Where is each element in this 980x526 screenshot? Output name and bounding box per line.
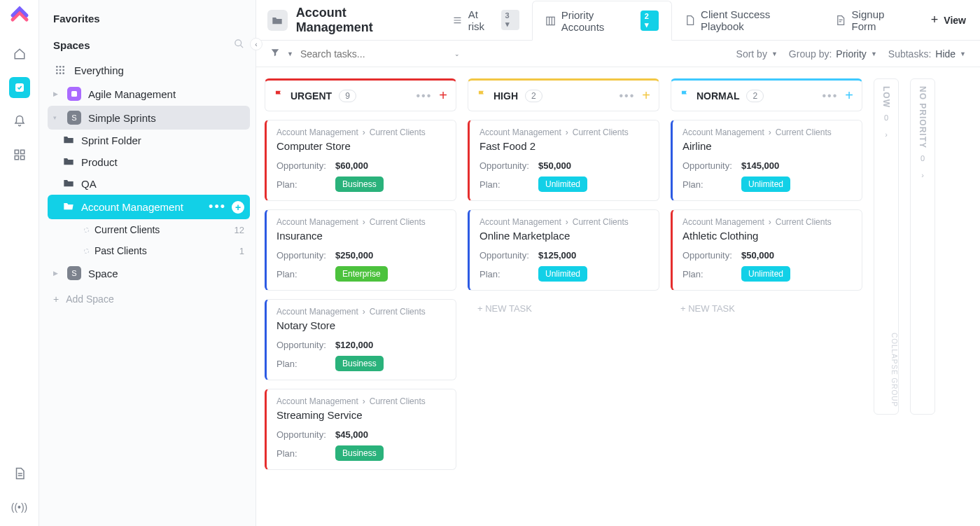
plan-badge: Unlimited — [538, 177, 587, 192]
plan-label: Plan: — [479, 269, 538, 279]
tab-at-risk[interactable]: At risk 3 ▾ — [440, 0, 532, 40]
task-card[interactable]: Account Management›Current Clients Strea… — [265, 389, 456, 470]
opportunity-value: $120,000 — [335, 340, 373, 350]
caret-icon: ▶ — [53, 270, 60, 277]
column-count: 2 — [746, 90, 764, 102]
rail-apps-icon[interactable] — [9, 144, 30, 165]
form-icon — [835, 15, 846, 26]
rail-home-icon[interactable] — [9, 43, 30, 64]
column-add-icon[interactable]: + — [642, 88, 650, 104]
column-add-icon[interactable]: + — [439, 88, 447, 104]
svg-point-7 — [59, 66, 62, 68]
group-by-control[interactable]: Group by: Priority▼ — [789, 48, 877, 60]
new-task-button[interactable]: + NEW TASK — [468, 299, 659, 318]
rail-tasks-icon[interactable] — [9, 77, 30, 98]
folder-qa[interactable]: QA — [48, 173, 250, 195]
task-card[interactable]: Account Management›Current Clients Onlin… — [468, 209, 659, 291]
board: URGENT 9 ••• + Account Management›Curren… — [256, 67, 980, 526]
opportunity-label: Opportunity: — [276, 160, 335, 171]
favorites-header[interactable]: Favorites — [48, 6, 250, 32]
card-breadcrumb: Account Management›Current Clients — [276, 307, 446, 317]
column-more-icon[interactable]: ••• — [620, 90, 636, 102]
card-breadcrumb: Account Management›Current Clients — [276, 127, 446, 137]
list-past-clients[interactable]: Past Clients 1 — [48, 240, 250, 261]
caret-icon: ▾ — [53, 114, 60, 121]
collapsed-column-no-priority[interactable]: NO PRIORITY 0 › — [910, 78, 935, 415]
list-current-clients[interactable]: Current Clients 12 — [48, 219, 250, 240]
add-view-button[interactable]: + View — [927, 13, 970, 27]
agile-space-icon — [67, 87, 81, 101]
card-title: Athletic Clothing — [682, 230, 852, 242]
task-card[interactable]: Account Management›Current Clients Compu… — [265, 120, 456, 201]
folder-account-management[interactable]: Account Management ••• + — [48, 195, 250, 219]
spaces-header[interactable]: Spaces — [48, 32, 250, 58]
list-icon — [452, 15, 463, 26]
collapsed-column-low[interactable]: LOW 0 › COLLAPSE GROUP — [874, 78, 899, 415]
sort-by-control[interactable]: Sort by▼ — [736, 48, 778, 60]
rail-docs-icon[interactable] — [9, 463, 30, 484]
task-card[interactable]: Account Management›Current Clients Fast … — [468, 120, 659, 201]
plan-badge: Unlimited — [741, 177, 790, 192]
tab-signup-form[interactable]: Signup Form — [822, 0, 920, 40]
rail-notifications-icon[interactable] — [9, 111, 30, 132]
task-card[interactable]: Account Management›Current Clients Airli… — [671, 120, 862, 201]
filter-icon[interactable] — [270, 48, 280, 60]
space-agile[interactable]: ▶ Agile Management — [48, 82, 250, 106]
task-card[interactable]: Account Management›Current Clients Insur… — [265, 209, 456, 291]
folder-more-icon[interactable]: ••• — [209, 200, 226, 214]
subtasks-control[interactable]: Subtasks: Hide▼ — [888, 48, 966, 60]
caret-icon: ▶ — [53, 90, 60, 97]
column-count: 2 — [525, 90, 542, 102]
plan-label: Plan: — [276, 359, 335, 369]
main-area: ‹ Account Management At risk 3 ▾ Priorit… — [256, 0, 980, 526]
space-simple-sprints[interactable]: ▾ S Simple Sprints — [48, 106, 250, 130]
everything-item[interactable]: Everything — [48, 58, 250, 82]
column-header: NORMAL 2 ••• + — [671, 78, 862, 111]
new-task-button[interactable]: + NEW TASK — [671, 299, 862, 318]
search-input[interactable] — [300, 48, 398, 60]
tab-priority-accounts[interactable]: Priority Accounts 2 ▾ — [532, 1, 672, 41]
plan-label: Plan: — [682, 269, 741, 279]
svg-rect-15 — [71, 91, 77, 97]
plan-badge: Business — [335, 445, 384, 461]
space-generic[interactable]: ▶ S Space — [48, 261, 250, 285]
folder-product[interactable]: Product — [48, 151, 250, 173]
plan-label: Plan: — [682, 179, 741, 190]
task-card[interactable]: Account Management›Current Clients Notar… — [265, 299, 456, 380]
search-icon[interactable] — [234, 39, 244, 51]
opportunity-label: Opportunity: — [276, 340, 335, 350]
add-space-button[interactable]: + Add Space — [48, 285, 250, 313]
expand-icon[interactable]: › — [885, 130, 888, 139]
column-add-icon[interactable]: + — [845, 88, 853, 104]
expand-icon[interactable]: › — [921, 171, 924, 179]
svg-point-9 — [56, 69, 58, 71]
svg-point-13 — [59, 72, 62, 74]
folder-icon — [267, 10, 288, 31]
collapsed-column-name: LOW — [881, 86, 891, 108]
opportunity-value: $45,000 — [335, 429, 368, 440]
collapsed-column-count: 0 — [920, 154, 925, 162]
collapse-sidebar-icon[interactable]: ‹ — [250, 38, 262, 50]
card-title: Streaming Service — [276, 409, 446, 421]
task-card[interactable]: Account Management›Current Clients Athle… — [671, 209, 862, 291]
plus-icon: + — [53, 293, 59, 305]
simple-space-icon: S — [67, 111, 81, 125]
folder-add-icon[interactable]: + — [232, 201, 244, 214]
column-header: URGENT 9 ••• + — [265, 78, 456, 111]
chevron-down-icon[interactable]: ⌄ — [454, 50, 460, 57]
collapse-group-label: COLLAPSE GROUP — [875, 333, 898, 407]
chevron-down-icon[interactable]: ▼ — [287, 50, 293, 57]
card-title: Insurance — [276, 230, 446, 242]
column-more-icon[interactable]: ••• — [416, 90, 433, 102]
svg-rect-4 — [20, 156, 24, 160]
tab-client-success-playbook[interactable]: Client Success Playbook — [672, 0, 823, 40]
svg-rect-3 — [15, 156, 18, 160]
plan-label: Plan: — [276, 179, 335, 190]
opportunity-label: Opportunity: — [276, 429, 335, 440]
count-badge: 3 ▾ — [501, 10, 519, 30]
rail-live-icon[interactable]: ((•)) — [9, 497, 30, 518]
folder-icon — [63, 156, 74, 168]
column-more-icon[interactable]: ••• — [822, 90, 839, 102]
folder-sprint[interactable]: Sprint Folder — [48, 130, 250, 151]
page-header: Account Management At risk 3 ▾ Priority … — [256, 0, 980, 41]
